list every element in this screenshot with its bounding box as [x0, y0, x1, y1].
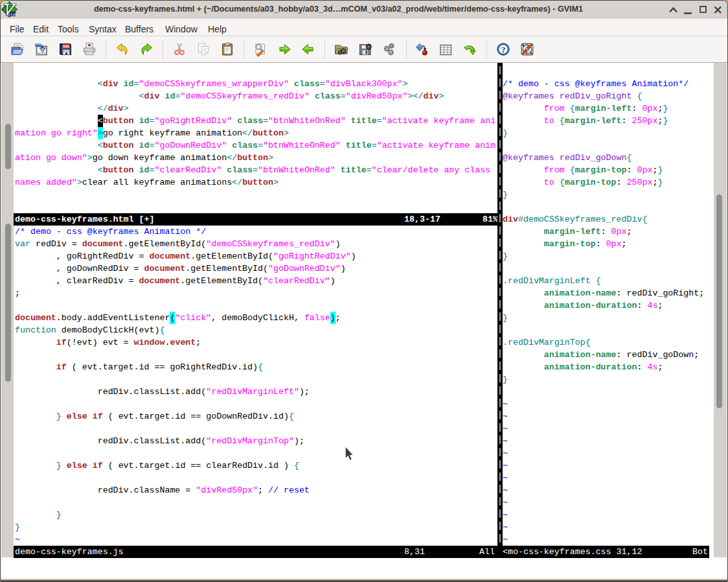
svg-text:im: im [8, 10, 16, 17]
svg-text:?: ? [501, 45, 506, 54]
